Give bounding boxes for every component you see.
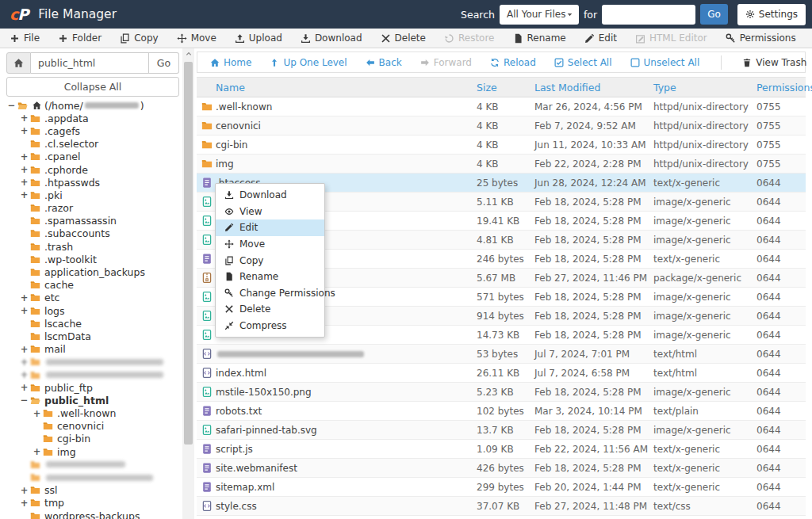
- collapse-all-button[interactable]: Collapse All: [6, 77, 179, 97]
- toolbar-move-button[interactable]: Move: [177, 32, 216, 44]
- table-row-robots-txt[interactable]: robots.txt102 bytesMar 3, 2024, 10:14 PM…: [197, 402, 806, 421]
- scrollbar-thumb[interactable]: [184, 62, 193, 445]
- sidebar-scrollbar[interactable]: [182, 48, 194, 519]
- scrollbar-up-button[interactable]: [182, 48, 194, 59]
- tree-expander[interactable]: +: [32, 408, 42, 419]
- nav-up-one-level-button[interactable]: Up One Level: [270, 57, 347, 68]
- tree-expander[interactable]: +: [19, 292, 29, 303]
- tree-expander[interactable]: +: [19, 164, 29, 175]
- tree-expander[interactable]: +: [19, 177, 29, 188]
- tree-item-razor[interactable]: .razor: [0, 202, 182, 215]
- context-menu-rename[interactable]: Rename: [216, 269, 324, 285]
- table-row[interactable]: 53 bytesJul 7, 2024, 7:01 PMtext/html064…: [197, 345, 806, 364]
- table-row-script-js[interactable]: script.js1.09 KBFeb 22, 2024, 11:56 AMte…: [197, 440, 806, 459]
- tree-expander[interactable]: −: [6, 100, 17, 111]
- tree-item-cache[interactable]: cache: [0, 279, 182, 292]
- tree-item-lscache[interactable]: lscache: [0, 317, 182, 330]
- tree-item[interactable]: [0, 471, 182, 483]
- tree-item-pki[interactable]: +.pki: [0, 189, 182, 201]
- search-go-button[interactable]: Go: [700, 4, 728, 25]
- tree-item-cphorde[interactable]: +.cphorde: [0, 163, 182, 176]
- nav-reload-button[interactable]: Reload: [490, 57, 536, 68]
- tree-item-home[interactable]: −(/home/): [0, 99, 182, 112]
- path-home-addon[interactable]: [6, 52, 31, 74]
- tree-item-ssl[interactable]: +ssl: [0, 484, 182, 497]
- toolbar-download-button[interactable]: Download: [301, 32, 362, 44]
- table-row-safari-pinned-tab-svg[interactable]: safari-pinned-tab.svg13.7 KBFeb 18, 2024…: [197, 421, 806, 440]
- tree-item-mail[interactable]: +mail: [0, 343, 182, 356]
- tree-expander[interactable]: +: [32, 446, 42, 457]
- toolbar-rename-button[interactable]: Rename: [513, 32, 566, 44]
- context-menu-change-permissions[interactable]: Change Permissions: [216, 285, 324, 302]
- nav-view-trash-button[interactable]: View Trash: [742, 57, 806, 68]
- tree-item-application-backups[interactable]: application_backups: [0, 265, 182, 278]
- tree-item-public-ftp[interactable]: +public_ftp: [0, 381, 182, 394]
- tree-item[interactable]: +: [0, 356, 182, 368]
- column-header-permissions[interactable]: Permissions: [756, 82, 806, 93]
- column-header-name[interactable]: Name: [216, 82, 477, 93]
- tree-item-htpasswds[interactable]: +.htpasswds: [0, 176, 182, 189]
- toolbar-copy-button[interactable]: Copy: [120, 32, 158, 44]
- tree-item-etc[interactable]: +etc: [0, 292, 182, 304]
- context-menu-download[interactable]: Download: [216, 187, 324, 204]
- tree-item-tmp[interactable]: +tmp: [0, 497, 182, 509]
- tree-expander[interactable]: +: [19, 357, 29, 368]
- column-header-size[interactable]: Size: [477, 82, 534, 93]
- table-row-cgi-bin[interactable]: cgi-bin4 KBJun 11, 2024, 10:33 AMhttpd/u…: [197, 135, 806, 155]
- search-input[interactable]: [602, 5, 695, 25]
- tree-item[interactable]: [0, 458, 182, 471]
- context-menu-copy[interactable]: Copy: [216, 252, 324, 269]
- tree-item[interactable]: +: [0, 368, 182, 381]
- tree-expander[interactable]: +: [19, 125, 29, 136]
- table-row-mstile-150x150-png[interactable]: mstile-150x150.png5.23 KBFeb 18, 2024, 5…: [197, 383, 806, 402]
- context-menu-move[interactable]: Move: [216, 236, 324, 253]
- toolbar-folder-button[interactable]: Folder: [58, 32, 102, 44]
- table-row-style-css[interactable]: style.css37.07 KBFeb 27, 2024, 11:48 PMt…: [197, 497, 806, 516]
- tree-item-trash[interactable]: .trash: [0, 240, 182, 253]
- table-row-index-html[interactable]: index.html26.11 KBJul 7, 2024, 6:58 PMte…: [197, 364, 806, 383]
- toolbar-upload-button[interactable]: Upload: [235, 32, 282, 44]
- nav-back-button[interactable]: Back: [366, 57, 402, 68]
- tree-expander[interactable]: −: [19, 395, 29, 406]
- tree-item-cgi-bin[interactable]: cgi-bin: [0, 433, 182, 445]
- toolbar-delete-button[interactable]: Delete: [381, 32, 426, 44]
- tree-expander[interactable]: +: [19, 344, 29, 355]
- context-menu-compress[interactable]: Compress: [216, 318, 324, 334]
- tree-item-public-html[interactable]: −public_html: [0, 394, 182, 406]
- tree-item-lscmdata[interactable]: lscmData: [0, 330, 182, 342]
- search-scope-select[interactable]: All Your Files: [500, 5, 579, 25]
- column-header-type[interactable]: Type: [653, 82, 756, 93]
- tree-expander[interactable]: +: [19, 498, 29, 509]
- tree-expander[interactable]: +: [19, 485, 29, 496]
- column-header-last-modified[interactable]: Last Modified: [534, 82, 653, 93]
- tree-expander[interactable]: +: [19, 305, 29, 316]
- tree-item-cpanel[interactable]: +.cpanel: [0, 151, 182, 163]
- tree-item-wordpress-backups[interactable]: wordpress-backups: [0, 509, 182, 519]
- nav-unselect-all-button[interactable]: Unselect All: [630, 57, 700, 68]
- tree-expander[interactable]: +: [19, 382, 29, 393]
- tree-item-appdata[interactable]: +.appdata: [0, 112, 182, 124]
- toolbar-permissions-button[interactable]: Permissions: [726, 32, 796, 44]
- toolbar-file-button[interactable]: File: [10, 32, 40, 44]
- table-row-site-webmanifest[interactable]: site.webmanifest426 bytesFeb 18, 2024, 5…: [197, 459, 806, 478]
- nav-home-button[interactable]: Home: [210, 57, 251, 68]
- table-row-well-known[interactable]: .well-known4 KBMar 26, 2024, 4:56 PMhttp…: [197, 97, 806, 116]
- context-menu-edit[interactable]: Edit: [216, 219, 324, 236]
- toolbar-edit-button[interactable]: Edit: [584, 32, 617, 44]
- tree-expander[interactable]: +: [19, 369, 29, 380]
- tree-item-well-known[interactable]: +.well-known: [0, 407, 182, 420]
- tree-item-img[interactable]: +img: [0, 445, 182, 458]
- nav-select-all-button[interactable]: Select All: [554, 57, 612, 68]
- table-row-cenovnici[interactable]: cenovnici4 KBFeb 7, 2024, 9:52 AMhttpd/u…: [197, 116, 806, 135]
- tree-item-subaccounts[interactable]: .subaccounts: [0, 227, 182, 240]
- table-row-img[interactable]: img4 KBFeb 22, 2024, 2:28 PMhttpd/unix-d…: [197, 155, 806, 174]
- context-menu-view[interactable]: View: [216, 204, 324, 220]
- tree-item-logs[interactable]: +logs: [0, 304, 182, 317]
- tree-expander[interactable]: +: [19, 113, 29, 124]
- path-input[interactable]: [31, 52, 149, 74]
- context-menu-delete[interactable]: Delete: [216, 301, 324, 318]
- table-row-sitemap-xml[interactable]: sitemap.xml299 bytesFeb 20, 2024, 1:44 P…: [197, 478, 806, 497]
- settings-button[interactable]: Settings: [737, 4, 806, 25]
- tree-item-cenovnici[interactable]: cenovnici: [0, 420, 182, 433]
- tree-expander[interactable]: +: [19, 151, 29, 162]
